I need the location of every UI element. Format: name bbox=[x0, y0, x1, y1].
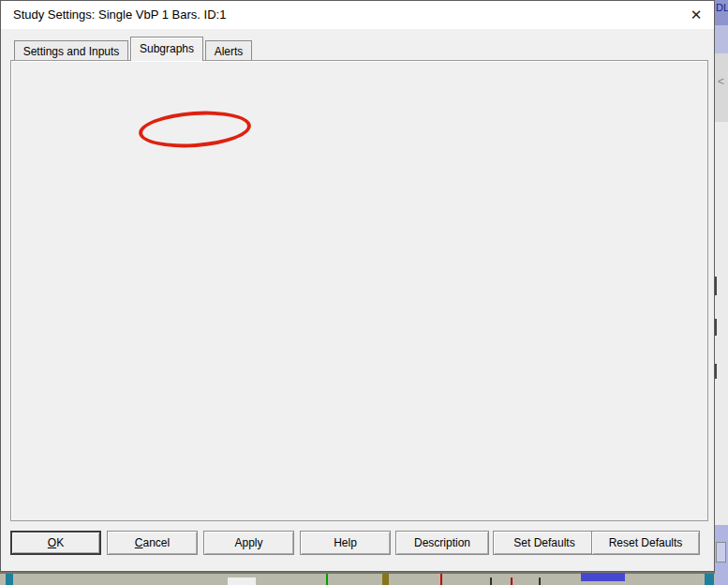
background-dark-tick bbox=[490, 578, 492, 585]
background-tick bbox=[715, 277, 717, 295]
background-chevron: < bbox=[718, 75, 724, 88]
reset-defaults-button[interactable]: Reset Defaults bbox=[591, 531, 700, 555]
description-button[interactable]: Description bbox=[395, 531, 489, 555]
screen: DL < Study Settings: Single VbP 1 Bars. … bbox=[0, 0, 728, 585]
set-defaults-button[interactable]: Set Defaults bbox=[493, 531, 596, 555]
background-red-line bbox=[440, 574, 442, 585]
subgraphs-tab-page bbox=[10, 60, 708, 521]
background-window-right bbox=[715, 122, 728, 525]
close-icon[interactable]: ✕ bbox=[686, 5, 706, 25]
background-tick bbox=[715, 364, 717, 379]
background-teal-block bbox=[6, 574, 13, 585]
cancel-button[interactable]: Cancel bbox=[107, 531, 198, 555]
ok-button[interactable]: OK bbox=[10, 531, 101, 555]
apply-button[interactable]: Apply bbox=[203, 531, 294, 555]
background-text-fragment: DL bbox=[716, 2, 728, 13]
tab-alerts[interactable]: Alerts bbox=[205, 40, 252, 61]
background-window-right-band bbox=[715, 25, 728, 53]
background-sunken-box bbox=[716, 542, 726, 562]
tab-settings-and-inputs[interactable]: Settings and Inputs bbox=[14, 40, 128, 61]
background-white-patch bbox=[228, 578, 256, 585]
tab-subgraphs[interactable]: Subgraphs bbox=[130, 37, 203, 61]
background-red-tick bbox=[511, 578, 513, 585]
background-green-line bbox=[326, 574, 328, 585]
help-button[interactable]: Help bbox=[300, 531, 391, 555]
background-tick bbox=[715, 319, 717, 336]
background-dark-tick bbox=[539, 578, 541, 585]
background-olive-line bbox=[382, 573, 389, 585]
study-settings-dialog: Study Settings: Single VbP 1 Bars. ID:1 … bbox=[0, 0, 715, 572]
background-teal-block bbox=[705, 574, 714, 585]
background-scroll-strip: < bbox=[715, 53, 728, 122]
background-blue-box bbox=[581, 573, 625, 581]
title-bar[interactable]: Study Settings: Single VbP 1 Bars. ID:1 … bbox=[1, 1, 714, 29]
background-window-right-top: DL bbox=[715, 0, 728, 25]
dialog-title: Study Settings: Single VbP 1 Bars. ID:1 bbox=[13, 8, 226, 22]
